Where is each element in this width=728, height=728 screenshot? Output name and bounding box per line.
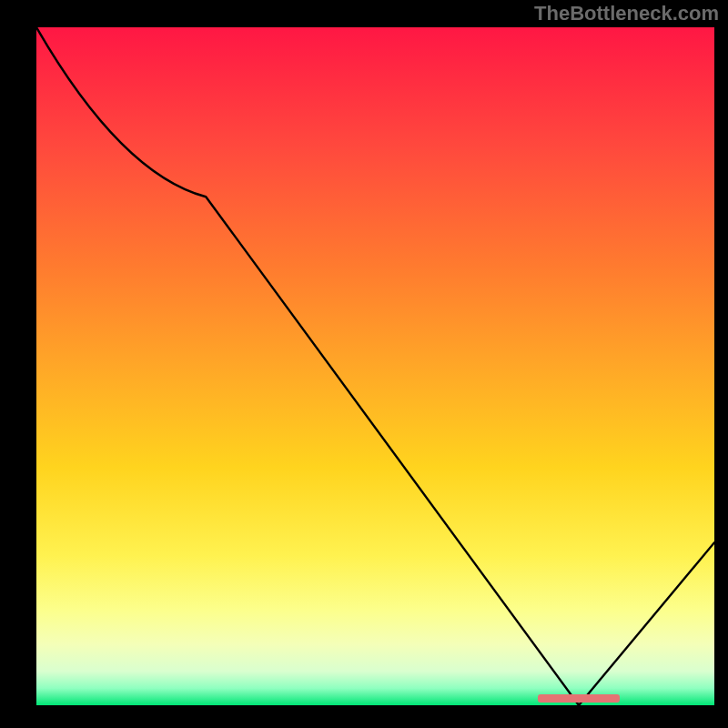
bottleneck-curve bbox=[36, 27, 714, 705]
plot-area bbox=[36, 27, 714, 705]
attribution-text: TheBottleneck.com bbox=[534, 2, 719, 25]
chart-frame: TheBottleneck.com bbox=[0, 0, 728, 728]
curve-layer bbox=[36, 27, 714, 705]
optimal-range-marker bbox=[538, 694, 619, 703]
